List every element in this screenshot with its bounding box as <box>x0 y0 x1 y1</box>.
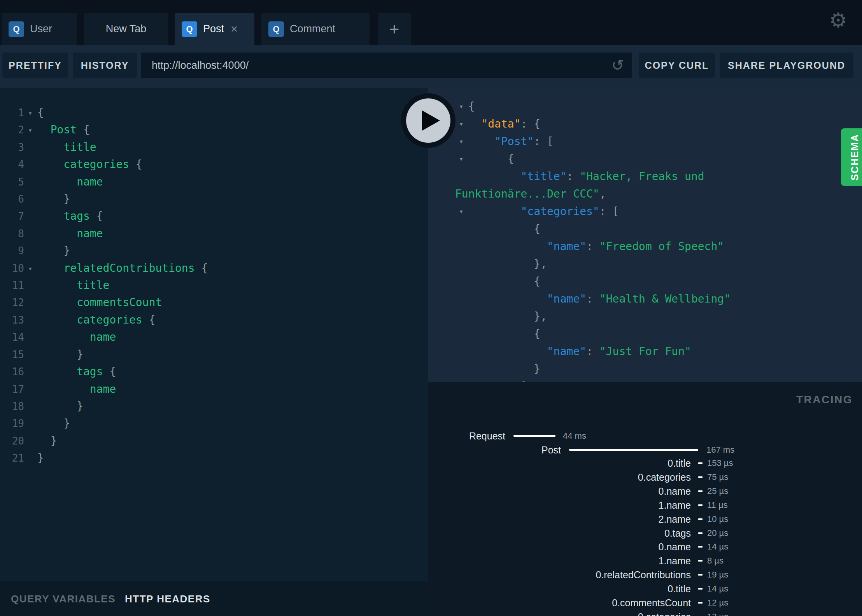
trace-time: 8 µs <box>707 556 724 566</box>
code-text: "name": "Health & Wellbeing" <box>455 290 731 308</box>
trace-label: 0.tags <box>664 527 691 539</box>
line-number: 8 <box>0 225 24 242</box>
trace-bar <box>698 546 703 548</box>
code-line: ▾"categories": [ <box>428 203 862 220</box>
code-line: 2▾Post { <box>0 121 428 138</box>
fold-arrow-icon[interactable]: ▾ <box>459 203 463 220</box>
fold-gutter <box>24 398 37 415</box>
reload-schema-icon[interactable]: ↺ <box>611 58 624 73</box>
code-line: { <box>428 220 862 238</box>
fold-gutter <box>24 294 37 311</box>
trace-label: 2.name <box>659 513 691 525</box>
trace-label: 0.categories <box>638 611 691 616</box>
code-line: 16tags { <box>0 363 428 380</box>
execute-button[interactable] <box>401 93 456 148</box>
copy-curl-button[interactable]: COPY CURL <box>639 52 715 78</box>
code-line: "title": "Hacker, Freaks und <box>428 168 862 185</box>
prettify-button[interactable]: PRETTIFY <box>2 52 68 78</box>
code-line: 5name <box>0 173 428 191</box>
code-line: Funktionäre...Der CCC", <box>428 185 862 203</box>
close-icon[interactable]: × <box>231 23 238 35</box>
code-text: } <box>37 398 83 415</box>
code-text: commentsCount <box>37 294 162 311</box>
line-number: 16 <box>0 363 24 380</box>
tab-label: New Tab <box>106 23 147 35</box>
code-line: "name": "Freedom of Speech" <box>428 238 862 255</box>
code-line: ▾{ <box>428 98 862 115</box>
editor-footer: QUERY VARIABLES HTTP HEADERS <box>0 581 428 616</box>
line-number: 18 <box>0 398 24 415</box>
code-line: 6} <box>0 191 428 208</box>
fold-gutter <box>24 208 37 225</box>
fold-arrow-icon[interactable]: ▾ <box>459 98 463 115</box>
code-line: 21} <box>0 450 428 467</box>
query-editor[interactable]: 1▾{2▾Post {3title4categories {5name6}7ta… <box>0 88 428 581</box>
line-number: 6 <box>0 191 24 208</box>
code-text: name <box>37 381 116 398</box>
playground-window: Q User New Tab Q Post × Q Comment + ⚙ PR… <box>0 0 862 616</box>
schema-tab[interactable]: SCHEMA <box>841 128 862 186</box>
trace-label: 0.title <box>668 583 691 595</box>
tab-post[interactable]: Q Post × <box>175 13 254 45</box>
fold-arrow-icon[interactable]: ▾ <box>459 150 463 168</box>
code-line: { <box>428 325 862 343</box>
toolbar: PRETTIFY HISTORY ↺ COPY CURL SHARE PLAYG… <box>0 45 862 88</box>
settings-gear-icon[interactable]: ⚙ <box>829 10 847 30</box>
trace-time: 44 ms <box>563 431 586 441</box>
fold-gutter <box>24 346 37 363</box>
code-text: } <box>37 346 83 363</box>
trace-time: 75 µs <box>707 472 728 482</box>
fold-arrow-icon[interactable]: ▾ <box>459 115 463 133</box>
code-line: 19} <box>0 415 428 432</box>
trace-bar <box>698 518 703 520</box>
query-badge: Q <box>268 21 284 37</box>
http-headers-tab[interactable]: HTTP HEADERS <box>125 593 210 605</box>
share-playground-button[interactable]: SHARE PLAYGROUND <box>720 52 853 78</box>
trace-label: Request <box>469 430 505 442</box>
query-variables-tab[interactable]: QUERY VARIABLES <box>11 593 116 605</box>
line-number: 15 <box>0 346 24 363</box>
fold-arrow-icon[interactable]: ▾ <box>459 133 463 150</box>
fold-arrow-icon[interactable]: ▾ <box>24 121 37 138</box>
code-line: "name": "Just For Fun" <box>428 343 862 360</box>
code-line: ▾"Post": [ <box>428 133 862 150</box>
fold-arrow-icon[interactable]: ▾ <box>24 104 37 121</box>
history-button[interactable]: HISTORY <box>73 52 137 78</box>
query-badge: Q <box>182 21 197 37</box>
line-number: 17 <box>0 381 24 398</box>
code-text: name <box>37 225 103 242</box>
code-line: "name": "Health & Wellbeing" <box>428 290 862 308</box>
trace-bar <box>569 449 698 451</box>
code-line: 10▾relatedContributions { <box>0 260 428 277</box>
tab-comment[interactable]: Q Comment <box>261 13 370 45</box>
line-number: 10 <box>0 260 24 277</box>
code-text: } <box>37 242 70 259</box>
code-text: categories { <box>37 156 142 173</box>
fold-gutter <box>24 139 37 156</box>
trace-label: 1.name <box>659 555 691 567</box>
trace-bar <box>698 574 703 576</box>
tab-new-tab[interactable]: New Tab <box>84 13 168 45</box>
code-text: { <box>455 325 540 343</box>
code-line: ▾"data": { <box>428 115 862 133</box>
trace-time: 11 µs <box>707 500 728 510</box>
line-number: 11 <box>0 277 24 294</box>
line-number: 13 <box>0 312 24 329</box>
new-tab-button[interactable]: + <box>378 13 411 45</box>
code-line: 12commentsCount <box>0 294 428 311</box>
line-number: 3 <box>0 139 24 156</box>
endpoint-url-input[interactable] <box>141 52 632 78</box>
trace-label: 0.relatedContributions <box>596 569 691 581</box>
code-text: title <box>37 139 96 156</box>
line-number: 1 <box>0 104 24 121</box>
tab-user[interactable]: Q User <box>2 13 77 45</box>
fold-gutter <box>24 381 37 398</box>
line-number: 14 <box>0 329 24 346</box>
query-badge: Q <box>9 21 24 37</box>
trace-label: 1.name <box>659 499 691 511</box>
plus-icon: + <box>389 21 399 38</box>
fold-arrow-icon[interactable]: ▾ <box>24 260 37 277</box>
trace-label: 0.name <box>659 485 691 497</box>
code-line: 20} <box>0 432 428 450</box>
code-text: tags { <box>37 208 103 225</box>
